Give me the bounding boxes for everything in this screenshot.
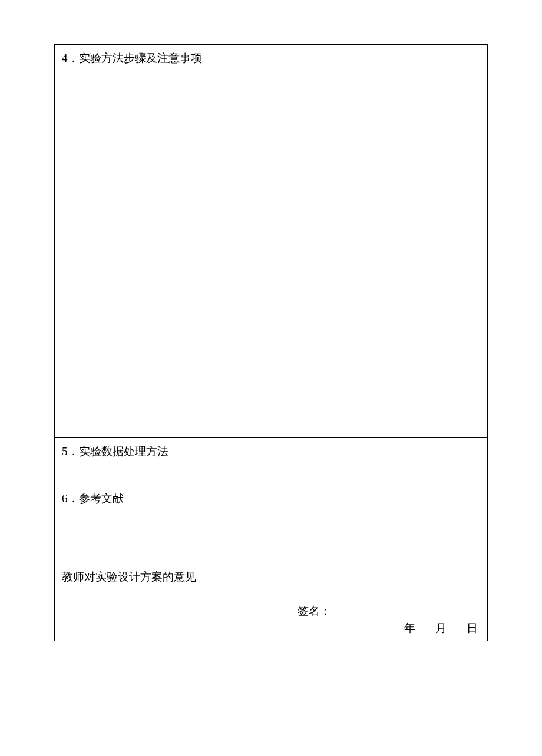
year-label: 年	[404, 619, 415, 637]
form-table: 4．实验方法步骤及注意事项 5．实验数据处理方法 6．参考文献 教师对实验设计方…	[54, 44, 488, 641]
day-label: 日	[467, 619, 478, 637]
date-line: 年月日	[404, 619, 478, 637]
teacher-opinion-heading: 教师对实验设计方案的意见	[62, 571, 196, 583]
signature-label: 签名：	[298, 602, 331, 620]
section-5-heading: 5．实验数据处理方法	[62, 445, 168, 457]
month-label: 月	[435, 619, 447, 637]
section-6-heading: 6．参考文献	[62, 492, 124, 505]
section-6-references: 6．参考文献	[54, 485, 488, 563]
section-5-data-processing: 5．实验数据处理方法	[54, 438, 488, 485]
section-teacher-opinion: 教师对实验设计方案的意见 签名： 年月日	[54, 563, 488, 641]
section-4-methods: 4．实验方法步骤及注意事项	[54, 44, 488, 438]
section-4-heading: 4．实验方法步骤及注意事项	[62, 52, 202, 64]
